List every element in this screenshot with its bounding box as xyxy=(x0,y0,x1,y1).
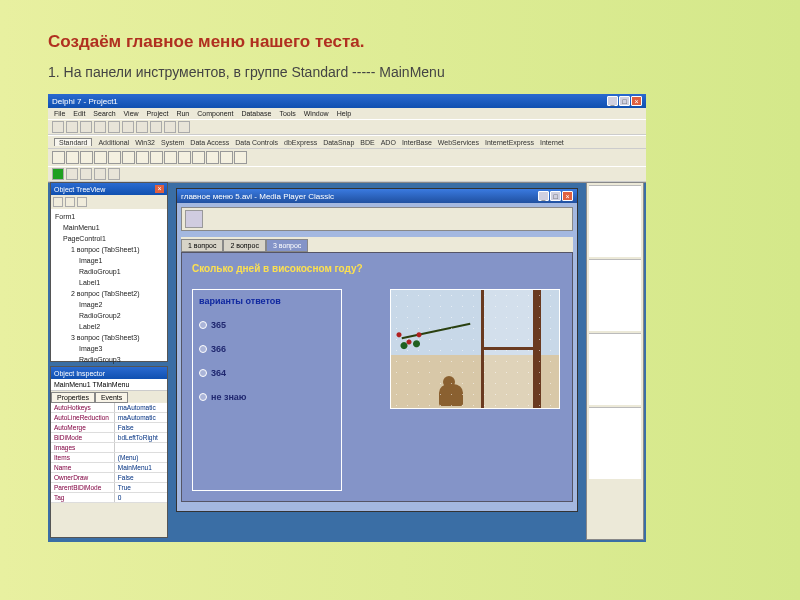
menu-item[interactable]: Database xyxy=(241,110,271,117)
palette-tab[interactable]: ADO xyxy=(381,139,396,146)
component-icon[interactable] xyxy=(108,151,121,164)
inspector-object-selector[interactable]: MainMenu1 TMainMenu xyxy=(51,379,167,391)
component-icon[interactable] xyxy=(206,151,219,164)
tree-node[interactable]: MainMenu1 xyxy=(55,222,163,233)
palette-tab-standard[interactable]: Standard xyxy=(54,138,92,146)
component-icon[interactable] xyxy=(136,151,149,164)
prop-value[interactable]: (Menu) xyxy=(115,453,167,462)
toolbar-icon[interactable] xyxy=(94,168,106,180)
component-icon[interactable] xyxy=(52,151,65,164)
radio-option[interactable]: 366 xyxy=(199,344,335,354)
palette-tab[interactable]: InterBase xyxy=(402,139,432,146)
inspector-tab-events[interactable]: Events xyxy=(95,392,128,403)
toolbar-icon[interactable] xyxy=(108,168,120,180)
component-icon[interactable] xyxy=(220,151,233,164)
component-icon[interactable] xyxy=(80,151,93,164)
quiz-tab-2[interactable]: 2 вопрос xyxy=(223,239,265,252)
component-icon[interactable] xyxy=(234,151,247,164)
toolbar-icon[interactable] xyxy=(66,121,78,133)
prop-value[interactable]: False xyxy=(115,423,167,432)
menu-item[interactable]: View xyxy=(124,110,139,117)
palette-tab[interactable]: Data Access xyxy=(190,139,229,146)
toolbar-icon[interactable] xyxy=(80,168,92,180)
palette-tab[interactable]: dbExpress xyxy=(284,139,317,146)
close-icon[interactable]: × xyxy=(155,185,164,193)
treeview-tool-icon[interactable] xyxy=(53,197,63,207)
palette-tab[interactable]: Internet xyxy=(540,139,564,146)
component-icon[interactable] xyxy=(94,151,107,164)
menu-item[interactable]: File xyxy=(54,110,65,117)
component-mainmenu-icon[interactable] xyxy=(66,151,79,164)
tree-node[interactable]: Form1 xyxy=(55,211,163,222)
palette-tab[interactable]: InternetExpress xyxy=(485,139,534,146)
toolbar-icon[interactable] xyxy=(164,121,176,133)
menu-item[interactable]: Run xyxy=(176,110,189,117)
minimize-button[interactable]: _ xyxy=(607,96,618,106)
toolbar-icon[interactable] xyxy=(52,121,64,133)
quiz-tab-3[interactable]: 3 вопрос xyxy=(266,239,308,252)
tree-node[interactable]: Image1 xyxy=(55,255,163,266)
menu-item[interactable]: Edit xyxy=(73,110,85,117)
palette-tab[interactable]: BDE xyxy=(360,139,374,146)
tree-node[interactable]: Image2 xyxy=(55,299,163,310)
prop-value[interactable]: maAutomatic xyxy=(115,413,167,422)
menu-item[interactable]: Help xyxy=(337,110,351,117)
tree-node[interactable]: 1 вопрос (TabSheet1) xyxy=(55,244,163,255)
menu-item[interactable]: Tools xyxy=(279,110,295,117)
component-icon[interactable] xyxy=(122,151,135,164)
tree-node[interactable]: Label2 xyxy=(55,321,163,332)
component-icon[interactable] xyxy=(178,151,191,164)
close-button[interactable]: × xyxy=(562,191,573,201)
tree-node[interactable]: 3 вопрос (TabSheet3) xyxy=(55,332,163,343)
menu-item[interactable]: Window xyxy=(304,110,329,117)
toolbar-icon[interactable] xyxy=(122,121,134,133)
radio-option[interactable]: 365 xyxy=(199,320,335,330)
maximize-button[interactable]: □ xyxy=(619,96,630,106)
toolbar-icon[interactable] xyxy=(136,121,148,133)
run-icon[interactable] xyxy=(52,168,64,180)
minimize-button[interactable]: _ xyxy=(538,191,549,201)
prop-value[interactable] xyxy=(115,443,167,452)
toolbar-icon[interactable] xyxy=(108,121,120,133)
palette-tab[interactable]: System xyxy=(161,139,184,146)
inspector-grid[interactable]: AutoHotkeysmaAutomatic AutoLineReduction… xyxy=(51,403,167,503)
prop-value[interactable]: maAutomatic xyxy=(115,403,167,412)
maximize-button[interactable]: □ xyxy=(550,191,561,201)
palette-tab[interactable]: Additional xyxy=(98,139,129,146)
menu-item[interactable]: Project xyxy=(147,110,169,117)
tree-node[interactable]: RadioGroup2 xyxy=(55,310,163,321)
menu-item[interactable]: Component xyxy=(197,110,233,117)
tree-node[interactable]: 2 вопрос (TabSheet2) xyxy=(55,288,163,299)
prop-value[interactable]: MainMenu1 xyxy=(115,463,167,472)
radio-option[interactable]: 364 xyxy=(199,368,335,378)
pause-icon[interactable] xyxy=(66,168,78,180)
toolbar-icon[interactable] xyxy=(178,121,190,133)
component-icon[interactable] xyxy=(164,151,177,164)
palette-tab[interactable]: WebServices xyxy=(438,139,479,146)
toolbar-icon[interactable] xyxy=(150,121,162,133)
prop-value[interactable]: 0 xyxy=(115,493,167,502)
mainmenu-component-icon[interactable] xyxy=(185,210,203,228)
tree-node[interactable]: RadioGroup3 xyxy=(55,354,163,365)
palette-tab[interactable]: DataSnap xyxy=(323,139,354,146)
menu-item[interactable]: Search xyxy=(93,110,115,117)
treeview-tool-icon[interactable] xyxy=(77,197,87,207)
palette-tab[interactable]: Data Controls xyxy=(235,139,278,146)
radio-option[interactable]: не знаю xyxy=(199,392,335,402)
palette-tab[interactable]: Win32 xyxy=(135,139,155,146)
component-icon[interactable] xyxy=(150,151,163,164)
tree-node[interactable]: Label1 xyxy=(55,277,163,288)
tree-node[interactable]: PageControl1 xyxy=(55,233,163,244)
tree-node[interactable]: Image3 xyxy=(55,343,163,354)
prop-value[interactable]: False xyxy=(115,473,167,482)
prop-value[interactable]: bdLeftToRight xyxy=(115,433,167,442)
treeview-tool-icon[interactable] xyxy=(65,197,75,207)
toolbar-icon[interactable] xyxy=(94,121,106,133)
close-button[interactable]: × xyxy=(631,96,642,106)
quiz-tab-1[interactable]: 1 вопрос xyxy=(181,239,223,252)
tree-node[interactable]: RadioGroup1 xyxy=(55,266,163,277)
toolbar-icon[interactable] xyxy=(80,121,92,133)
prop-value[interactable]: True xyxy=(115,483,167,492)
inspector-tab-properties[interactable]: Properties xyxy=(51,392,95,403)
treeview-body[interactable]: Form1 MainMenu1 PageControl1 1 вопрос (T… xyxy=(51,209,167,378)
